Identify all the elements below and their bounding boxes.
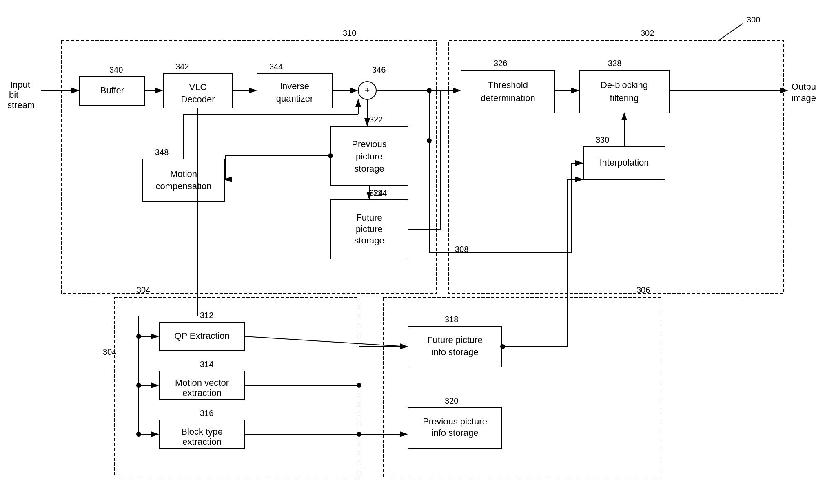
ref-316: 316 bbox=[200, 409, 213, 418]
ref-328: 328 bbox=[608, 59, 621, 68]
vlc-decoder-label2: Decoder bbox=[181, 94, 215, 104]
prev-picture-info-storage-label2: info storage bbox=[432, 428, 479, 438]
ref-318: 318 bbox=[445, 315, 458, 324]
motion-compensation-label2: compensation bbox=[156, 181, 212, 191]
motion-vector-extraction-label1: Motion vector bbox=[175, 378, 229, 388]
motion-vector-extraction-label2: extraction bbox=[182, 388, 221, 398]
ref-312: 312 bbox=[200, 311, 213, 320]
prev-picture-info-storage-label1: Previous picture bbox=[423, 416, 487, 427]
prev-picture-storage-label2: picture bbox=[356, 151, 383, 161]
box-306 bbox=[384, 298, 661, 477]
ref-330: 330 bbox=[596, 135, 609, 144]
block-type-extraction-label2: extraction bbox=[182, 437, 221, 447]
inverse-quantizer-label2: quantizer bbox=[276, 93, 313, 104]
threshold-determination-block bbox=[461, 70, 555, 113]
buffer-label: Buffer bbox=[100, 85, 124, 95]
input-label-line2: bit bbox=[9, 90, 18, 100]
ref-348: 348 bbox=[155, 148, 169, 157]
input-label-line3: stream bbox=[7, 100, 35, 110]
future-picture-info-storage-label2: info storage bbox=[432, 347, 479, 357]
input-label-line1: Input bbox=[10, 80, 30, 90]
motion-compensation-label1: Motion bbox=[170, 169, 197, 179]
ref-306: 306 bbox=[636, 285, 650, 294]
future-picture-storage-label1: Future bbox=[356, 212, 382, 223]
qp-to-future-info bbox=[245, 336, 407, 347]
ref-314: 314 bbox=[200, 360, 213, 369]
ref-340: 340 bbox=[109, 65, 123, 74]
inverse-quantizer-label1: Inverse bbox=[280, 81, 309, 91]
output-label-line2: image bbox=[792, 93, 816, 103]
ref-310: 310 bbox=[343, 29, 356, 38]
future-picture-storage-label2: picture bbox=[356, 224, 383, 234]
output-label-line1: Output bbox=[792, 82, 816, 92]
svg-text:+: + bbox=[365, 85, 370, 95]
deblocking-filtering-block bbox=[579, 70, 669, 113]
future-picture-storage-label3: storage bbox=[354, 235, 384, 245]
ref-304-label: 304 bbox=[103, 347, 116, 356]
motion-compensation-block bbox=[143, 159, 224, 202]
deblocking-filtering-label1: De-blocking bbox=[601, 80, 648, 90]
vlc-decoder-label1: VLC bbox=[189, 82, 207, 92]
threshold-determination-label2: determination bbox=[481, 93, 535, 103]
ref-326: 326 bbox=[494, 59, 507, 68]
ref-322: 322 bbox=[369, 115, 383, 124]
ref-344: 344 bbox=[269, 62, 283, 71]
ref-308: 308 bbox=[455, 245, 468, 254]
ref-346: 346 bbox=[372, 65, 386, 74]
ref-300: 300 bbox=[747, 15, 760, 24]
diagram-container: 310 302 304 306 300 Input bit stream Out… bbox=[0, 0, 816, 504]
prev-picture-storage-label1: Previous bbox=[352, 139, 387, 149]
branch-dot-2 bbox=[427, 138, 432, 143]
prev-picture-storage-label3: storage bbox=[354, 164, 384, 174]
deblocking-filtering-label2: filtering bbox=[610, 93, 639, 103]
svg-line-4 bbox=[718, 24, 743, 41]
block-type-extraction-label1: Block type bbox=[181, 427, 223, 437]
ref-324-label: 324 bbox=[373, 188, 387, 197]
ref-304: 304 bbox=[137, 285, 150, 294]
future-picture-info-storage-label1: Future picture bbox=[427, 335, 483, 345]
ref-342: 342 bbox=[175, 62, 189, 71]
threshold-determination-label1: Threshold bbox=[488, 80, 528, 90]
interpolation-label: Interpolation bbox=[599, 157, 649, 168]
ref-320: 320 bbox=[445, 396, 458, 405]
qp-extraction-label: QP Extraction bbox=[174, 331, 229, 341]
ref-302: 302 bbox=[641, 29, 654, 38]
